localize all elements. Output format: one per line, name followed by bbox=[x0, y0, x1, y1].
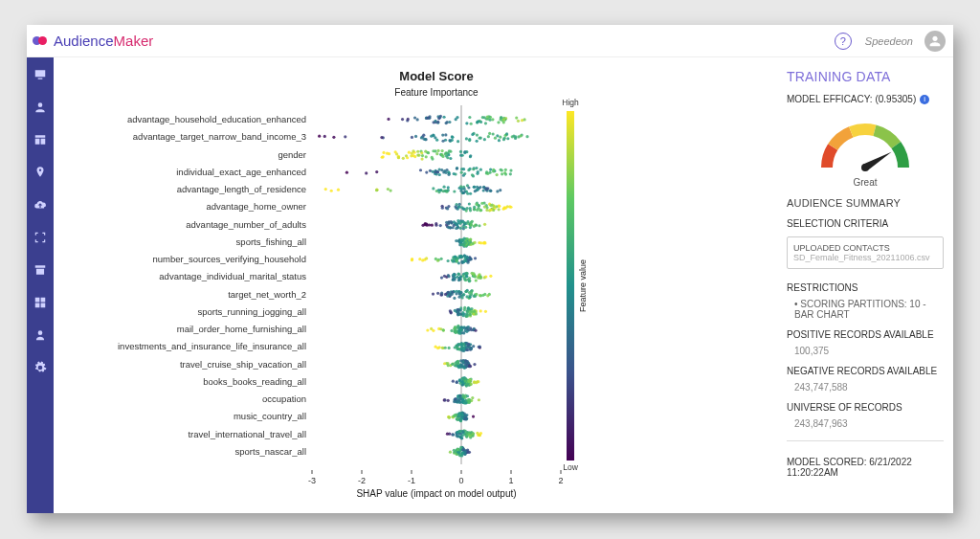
svg-point-19 bbox=[491, 118, 494, 121]
svg-point-48 bbox=[434, 120, 436, 123]
table-icon[interactable] bbox=[33, 132, 48, 147]
gear-icon[interactable] bbox=[33, 360, 48, 375]
svg-point-609 bbox=[459, 275, 462, 278]
svg-point-135 bbox=[459, 150, 462, 153]
svg-point-905 bbox=[464, 359, 467, 362]
svg-point-1085 bbox=[463, 417, 466, 420]
gauge-rating-label: Great bbox=[853, 177, 877, 188]
svg-point-1146 bbox=[456, 435, 458, 438]
svg-point-90 bbox=[441, 133, 444, 136]
svg-point-850 bbox=[444, 347, 447, 349]
svg-text:music_country_all: music_country_all bbox=[234, 411, 306, 421]
pin-icon[interactable] bbox=[33, 165, 48, 180]
svg-point-105 bbox=[411, 136, 413, 139]
svg-point-547 bbox=[425, 257, 428, 259]
svg-point-1220 bbox=[456, 448, 458, 451]
help-icon[interactable]: ? bbox=[835, 33, 852, 50]
svg-point-551 bbox=[421, 258, 424, 261]
svg-point-639 bbox=[462, 293, 465, 296]
svg-point-120 bbox=[414, 135, 417, 138]
svg-point-62 bbox=[523, 118, 526, 121]
svg-point-418 bbox=[451, 226, 454, 229]
svg-point-347 bbox=[466, 207, 469, 210]
svg-point-670 bbox=[481, 294, 484, 297]
svg-point-359 bbox=[458, 203, 461, 206]
svg-point-59 bbox=[426, 117, 429, 120]
app-grid-icon[interactable] bbox=[33, 295, 48, 310]
svg-point-785 bbox=[457, 326, 459, 328]
monitor-icon[interactable] bbox=[33, 67, 48, 82]
app-frame: AudienceMaker ? Speedeon Model ScoreFeat… bbox=[27, 25, 953, 513]
svg-point-254 bbox=[390, 189, 392, 191]
svg-point-28 bbox=[448, 121, 451, 124]
svg-text:travel_cruise_ship_vacation_al: travel_cruise_ship_vacation_all bbox=[180, 359, 306, 370]
svg-point-1222 bbox=[453, 451, 456, 454]
svg-text:books_books_reading_all: books_books_reading_all bbox=[203, 376, 306, 387]
svg-point-984 bbox=[471, 396, 474, 399]
users-icon[interactable] bbox=[33, 100, 48, 115]
svg-text:advantage_household_education_: advantage_household_education_enhanced bbox=[127, 114, 306, 124]
svg-point-788 bbox=[455, 331, 457, 334]
svg-point-969 bbox=[470, 383, 473, 386]
svg-point-732 bbox=[454, 309, 457, 312]
info-icon[interactable]: i bbox=[920, 95, 929, 104]
svg-point-490 bbox=[479, 241, 482, 244]
svg-point-57 bbox=[401, 118, 404, 121]
svg-point-173 bbox=[417, 154, 420, 157]
selection-criteria-title: SELECTION CRITERIA bbox=[787, 218, 944, 229]
svg-point-282 bbox=[447, 189, 450, 191]
svg-point-278 bbox=[467, 186, 470, 189]
svg-point-424 bbox=[434, 222, 437, 225]
svg-point-602 bbox=[453, 278, 456, 281]
svg-point-30 bbox=[445, 122, 448, 124]
avatar[interactable] bbox=[924, 31, 946, 52]
svg-point-112 bbox=[420, 136, 423, 139]
brand-logo[interactable]: AudienceMaker bbox=[33, 33, 153, 50]
svg-point-659 bbox=[451, 290, 454, 293]
svg-point-1240 bbox=[861, 164, 869, 171]
svg-text:investments_and_insurance_life: investments_and_insurance_life_insurance… bbox=[118, 341, 306, 351]
svg-point-262 bbox=[473, 186, 476, 189]
svg-point-672 bbox=[469, 296, 472, 299]
svg-point-238 bbox=[489, 168, 492, 171]
svg-point-367 bbox=[504, 207, 507, 210]
archive-icon[interactable] bbox=[33, 262, 48, 278]
svg-point-246 bbox=[436, 170, 439, 173]
svg-text:Feature Importance: Feature Importance bbox=[394, 87, 479, 98]
svg-point-852 bbox=[462, 342, 465, 345]
svg-point-360 bbox=[454, 205, 457, 208]
brand-name-a: Audience bbox=[54, 33, 114, 49]
svg-text:2: 2 bbox=[558, 476, 563, 485]
svg-point-331 bbox=[498, 205, 501, 208]
svg-point-127 bbox=[441, 149, 444, 152]
user-icon[interactable] bbox=[33, 327, 48, 343]
uploaded-contacts-box[interactable]: UPLOADED CONTACTS SD_Female_Fitness_2021… bbox=[787, 236, 944, 269]
svg-text:advantage_target_narrow_band_i: advantage_target_narrow_band_income_3 bbox=[133, 131, 306, 142]
svg-point-77 bbox=[476, 140, 479, 143]
svg-point-307 bbox=[463, 188, 466, 191]
svg-point-169 bbox=[463, 150, 466, 153]
svg-point-157 bbox=[382, 151, 385, 154]
svg-text:advantage_length_of_residence: advantage_length_of_residence bbox=[177, 184, 306, 194]
svg-point-180 bbox=[421, 154, 424, 157]
svg-point-98 bbox=[444, 133, 447, 136]
svg-point-1029 bbox=[464, 401, 467, 404]
svg-point-260 bbox=[453, 190, 456, 192]
scan-icon[interactable] bbox=[33, 230, 48, 245]
restrictions-item: SCORING PARTITIONS: 10 - BAR CHART bbox=[794, 299, 944, 320]
svg-point-343 bbox=[492, 209, 495, 212]
cloud-upload-icon[interactable] bbox=[33, 197, 48, 213]
svg-point-227 bbox=[495, 173, 498, 176]
svg-point-256 bbox=[330, 190, 333, 192]
brand-mark-icon bbox=[33, 33, 50, 50]
efficacy-gauge bbox=[808, 112, 923, 179]
svg-point-849 bbox=[472, 345, 475, 348]
svg-point-840 bbox=[462, 348, 465, 350]
svg-text:occupation: occupation bbox=[262, 393, 306, 404]
svg-point-1039 bbox=[462, 394, 465, 397]
svg-point-977 bbox=[464, 377, 467, 380]
uploaded-contacts-label: UPLOADED CONTACTS bbox=[793, 243, 937, 253]
svg-point-612 bbox=[489, 275, 492, 278]
negative-records-value: 243,747,588 bbox=[794, 382, 944, 393]
svg-point-376 bbox=[478, 224, 480, 227]
